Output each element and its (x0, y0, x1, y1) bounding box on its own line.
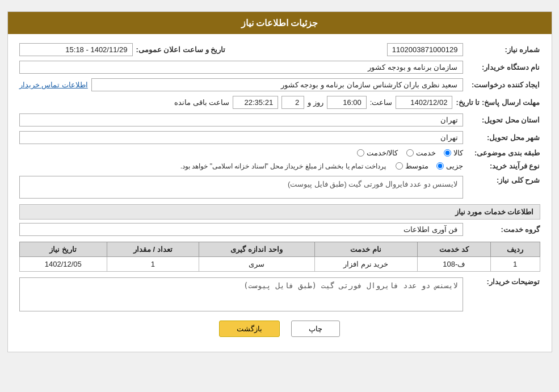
purchase-option-medium[interactable]: متوسط (396, 162, 428, 170)
purchase-option-small[interactable]: جزیی (436, 162, 463, 170)
service-group-label: گروه خدمت: (466, 225, 540, 234)
col-qty: تعداد / مقدار (107, 242, 199, 257)
purchase-type-label: نوع فرآیند خرید: (466, 162, 540, 170)
buyer-notes-value[interactable]: لایسنس دو عدد فایروال فورتی گیت (طبق فای… (19, 277, 463, 311)
col-name: نام خدمت (314, 242, 417, 257)
creator-value: سعید نظری باران کارشناس سازمان برنامه و … (91, 78, 463, 91)
city-label: شهر محل تحویل: (466, 133, 540, 142)
back-button[interactable]: بازگشت (219, 321, 280, 337)
col-unit: واحد اندازه گیری (199, 242, 314, 257)
cell-code: ف-108 (417, 257, 490, 272)
category-label: طبقه بندی موضوعی: (466, 149, 540, 157)
cell-unit: سری (199, 257, 314, 272)
cell-qty: 1 (107, 257, 199, 272)
category-option-khadamat[interactable]: خدمت (406, 149, 436, 157)
deadline-remaining: 22:35:21 (233, 96, 278, 109)
deadline-date: 1402/12/02 (396, 96, 452, 109)
category-option-kala-khadamat[interactable]: کالا/خدمت (357, 149, 398, 157)
creator-label: ایجاد کننده درخواست: (466, 81, 540, 89)
creator-link[interactable]: اطلاعات تماس خریدار (19, 81, 88, 89)
col-row: ردیف (490, 242, 540, 257)
table-row: 1ف-108خرید نرم افزارسری11402/12/05 (19, 257, 540, 272)
deadline-time-label: ساعت: (370, 98, 393, 107)
buyer-notes-label: توضیحات خریدار: (466, 277, 540, 286)
services-table-section: ردیف کد خدمت نام خدمت واحد اندازه گیری ت… (19, 242, 540, 272)
description-value: لایسنس دو عدد فایروال فورتی گیت (طبق فای… (19, 176, 463, 199)
province-label: استان محل تحویل: (466, 116, 540, 124)
deadline-time: 16:00 (327, 96, 367, 109)
org-value: سازمان برنامه و بودجه کشور (19, 61, 463, 74)
category-option-kala[interactable]: کالا (444, 149, 463, 157)
deadline-label: مهلت ارسال پاسخ: تا تاریخ: (456, 98, 540, 107)
deadline-days: 2 (281, 96, 304, 109)
service-group-value: فن آوری اطلاعات (19, 223, 463, 236)
page-header: جزئیات اطلاعات نیاز (8, 12, 552, 34)
print-button[interactable]: چاپ (291, 321, 340, 337)
order-number-value: 1102003871000129 (387, 43, 463, 56)
button-row: چاپ بازگشت (19, 321, 540, 337)
cell-name: خرید نرم افزار (314, 257, 417, 272)
category-radio-group: کالا/خدمت خدمت کالا (357, 149, 463, 157)
city-value: تهران (19, 131, 463, 144)
date-value: 1402/11/29 - 15:18 (19, 43, 133, 56)
date-label: تاریخ و ساعت اعلان عمومی: (136, 45, 226, 54)
services-table: ردیف کد خدمت نام خدمت واحد اندازه گیری ت… (19, 242, 540, 272)
col-code: کد خدمت (417, 242, 490, 257)
org-label: نام دستگاه خریدار: (466, 63, 540, 71)
order-number-label: شماره نیاز: (466, 45, 540, 54)
cell-date: 1402/12/05 (19, 257, 107, 272)
col-date: تاریخ نیاز (19, 242, 107, 257)
deadline-remaining-label: ساعت باقی مانده (174, 98, 229, 107)
purchase-type-radio-group: متوسط جزیی (396, 162, 463, 170)
description-label: شرح کلی نیاز: (466, 176, 540, 184)
purchase-note: پرداخت تمام یا بخشی از مبلغ خریداز محل "… (180, 162, 386, 170)
services-section-title: اطلاعات خدمات مورد نیاز (19, 204, 540, 220)
cell-row: 1 (490, 257, 540, 272)
deadline-days-label: روز و (308, 98, 323, 107)
province-value: تهران (19, 113, 463, 127)
